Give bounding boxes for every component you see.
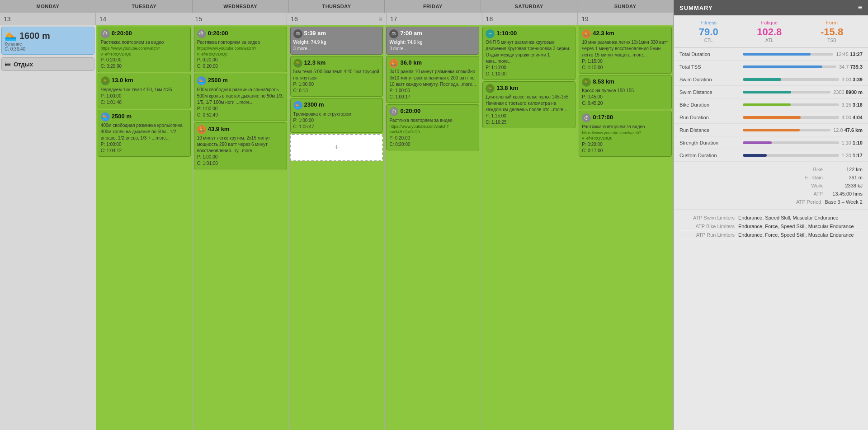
num-friday: 17 — [387, 13, 482, 25]
swim-icon: 🏊 — [101, 112, 110, 122]
sun-stretch-card[interactable]: ⏱ 0:17:00 Растяжка повторяем за видео ht… — [579, 111, 672, 156]
swim-duration-row: Swim Duration 3:00 3:39 — [674, 73, 868, 86]
tue-card1-time: 0:20:00 — [112, 29, 132, 37]
bike-duration-values: 3:15 3:16 — [842, 102, 863, 108]
sun-card3-url: https://www.youtube.com/watch?v=ef4RxQVD… — [582, 130, 669, 141]
hamburger-icon[interactable]: ≡ — [379, 15, 382, 23]
custom-duration-row: Custom Duration 1:20 1:17 — [674, 149, 868, 162]
swim-distance-bar-fill — [743, 91, 791, 93]
header-monday: MONDAY — [0, 0, 96, 13]
friday-column: ⚖ 7:00 am Weight: 74.6 kg 3 more... 🚴 36… — [385, 25, 481, 430]
sun-card1-p: P: 1:15:00 — [582, 58, 669, 65]
atp-stat-value: 13:45:00 hms — [826, 191, 863, 196]
sun-bike-card[interactable]: 🚴 42.3 km 10 мин разминка легко 10x1мин … — [579, 27, 672, 74]
fri-morning-card[interactable]: ⚖ 7:00 am Weight: 74.6 kg 3 more... — [386, 27, 479, 55]
total-duration-values: 12:45 13:27 — [836, 51, 863, 57]
tue-card2-p: P: 1:00:00 — [101, 93, 188, 99]
run-duration-bar-area: 4:00 4:04 — [743, 115, 863, 120]
run-distance-bar-area: 12.0 47.6 km — [743, 127, 863, 133]
work-stat-label: Work — [811, 183, 823, 188]
elgain-stat-label: El. Gain — [805, 175, 823, 180]
atp-stat-label: ATP — [813, 191, 823, 196]
fatigue-value: 102.8 — [757, 26, 782, 38]
tue-card1-url: https://www.youtube.com/watch?v=ef4RxQVD… — [101, 46, 188, 57]
bike-stat-label: Bike — [813, 167, 823, 172]
strength-duration-values: 1:10 1:10 — [842, 140, 863, 145]
summary-menu-icon[interactable]: ≡ — [858, 4, 863, 12]
summary-title: SUMMARY — [679, 5, 713, 11]
thu-add-button[interactable]: + — [290, 134, 383, 161]
run-duration-values: 4:00 4:04 — [842, 115, 863, 120]
scale-icon: ⚖ — [293, 29, 302, 38]
tue-card2-dist: 13.0 km — [112, 76, 133, 84]
fri-card3-time: 0:20:00 — [400, 107, 420, 115]
swim-distance-row: Swim Distance 2300 8900 m — [674, 86, 868, 98]
sun-run-card[interactable]: 🏃 8.53 km Кросс на пульсе 150-155 P: 0:4… — [579, 75, 672, 109]
swim-duration-bar-bg — [743, 78, 839, 81]
bike-duration-bar-area: 3:15 3:16 — [743, 102, 863, 108]
total-tss-planned: 34.7 — [839, 64, 850, 70]
wed-card3-desc: 10 минут легко крутим, 2x15 минут мощнос… — [197, 135, 284, 154]
bike-icon-fri: 🚴 — [389, 59, 398, 68]
bike-duration-row: Bike Duration 3:15 3:16 — [674, 98, 868, 111]
form-value: -15.8 — [821, 26, 843, 38]
thu-morning-card[interactable]: ⚖ 5:39 am Weight: 74.9 kg 3 more... — [290, 27, 383, 55]
fri-card1-time: 7:00 am — [400, 29, 422, 37]
sunday-column: 🚴 42.3 km 10 мин разминка легко 10x1мин … — [577, 25, 674, 430]
run-duration-planned: 4:00 — [842, 115, 853, 120]
wed-stretch-card[interactable]: ⏱ 0:20:00 Растяжка повторяем за видео ht… — [194, 27, 287, 72]
wed-card2-desc: 600м свободная разминка спина/кроль 500м… — [197, 87, 284, 106]
atp-swim-label: ATP Swim Limiters — [679, 215, 738, 220]
sat-strength-card[interactable]: ↔ 1:10:00 ОФП 5 минут разминка круговые … — [482, 27, 576, 80]
wed-card3-c: C: 1:01:00 — [197, 160, 284, 167]
fri-stretch-card[interactable]: ⏱ 0:20:00 Растяжка повторяем за видео ht… — [386, 104, 479, 150]
atp-period-label: ATP Period — [796, 199, 821, 205]
thursday-column: ⚖ 5:39 am Weight: 74.9 kg 3 more... 🏃 12… — [289, 25, 385, 430]
custom-duration-actual: 1:17 — [853, 153, 863, 158]
sun-card2-p: P: 0:45:00 — [582, 94, 669, 100]
clock-icon: ⏱ — [101, 29, 110, 38]
fri-card1-weight: Weight: 74.6 kg — [389, 39, 476, 46]
work-stat-row: Work 2338 kJ — [679, 182, 863, 190]
strength-duration-bar-bg — [743, 141, 839, 144]
sun-card3-time: 0:17:00 — [593, 113, 613, 122]
monday-rest-label: Отдых — [14, 61, 33, 68]
monday-swim-label: Купание — [5, 42, 91, 47]
tuesday-stretch-card[interactable]: ⏱ 0:20:00 Растяжка повторяем за видео ht… — [98, 27, 191, 72]
day-numbers-row: 13 14 15 16 ≡ 17 18 19 — [0, 13, 674, 25]
fri-bike-card[interactable]: 🚴 36.0 km 3x10 рампа 10 минут разминка с… — [386, 56, 479, 103]
fri-card2-p: P: 1:00:00 — [389, 88, 476, 94]
thu-swim-card[interactable]: 🏊 2300 m Тренировка с инструктором P: 1:… — [290, 98, 383, 132]
num-tuesday: 14 — [96, 13, 192, 25]
fri-card1-more: 3 more... — [389, 46, 476, 52]
run-distance-actual: 47.6 km — [844, 127, 863, 133]
tue-card2-desc: Чередуем 1км темп 4:50, 1км 4:35 — [101, 87, 188, 93]
metrics-row: Fitness 79.0 CTL Fatigue 102.8 ATL Form … — [674, 15, 868, 48]
monday-swim-card[interactable]: 🏊 1600 m Купание C: 0:36:40 — [1, 27, 94, 55]
sat-run-card[interactable]: 🏃 13.8 km Длительный кросс пульс пульс 1… — [482, 81, 576, 128]
custom-duration-bar-fill — [743, 154, 767, 157]
clock-icon-wed: ⏱ — [197, 29, 206, 38]
run-icon-thu: 🏃 — [293, 59, 302, 68]
tue-card3-dist: 2500 m — [112, 112, 132, 121]
custom-duration-bar-area: 1:20 1:17 — [743, 153, 863, 158]
tue-card1-desc: Растяжка повторяем за видео — [101, 39, 188, 46]
wed-swim-card[interactable]: 🏊 2500 m 600м свободная разминка спина/к… — [194, 74, 287, 121]
swim-distance-label: Swim Distance — [679, 89, 743, 95]
sat-card1-time: 1:10:00 — [496, 29, 517, 37]
plus-icon: + — [334, 142, 339, 153]
thu-card2-p: P: 1:00:00 — [293, 81, 380, 88]
run-duration-bar-fill — [743, 116, 801, 119]
sat-card2-c: C: 1:16:25 — [486, 119, 572, 126]
header-saturday: SATURDAY — [481, 0, 577, 13]
sat-card1-desc: ОФП 5 минут разминка круговые движения К… — [486, 39, 572, 65]
wed-bike-card[interactable]: 🚴 43.9 km 10 минут легко крутим, 2x15 ми… — [194, 122, 287, 169]
monday-rest-card[interactable]: 🛏 Отдых — [1, 57, 94, 71]
calendar: MONDAY TUESDAY WEDNESDAY THURSDAY FRIDAY… — [0, 0, 674, 430]
stats-section: Total Duration 12:45 13:27 Total TSS — [674, 48, 868, 162]
bike-stat-row: Bike 122 km — [679, 165, 863, 173]
tuesday-swim-card[interactable]: 🏊 2500 m 400м свободная разминка кроль/с… — [98, 110, 191, 157]
total-tss-bar-area: 34.7 739.3 — [743, 64, 863, 70]
tuesday-run-card[interactable]: 🏃 13.0 km Чередуем 1км темп 4:50, 1км 4:… — [98, 74, 191, 108]
thu-run-card[interactable]: 🏃 12.3 km 5км темп 5:00 6км темп 4:40 1к… — [290, 56, 383, 97]
